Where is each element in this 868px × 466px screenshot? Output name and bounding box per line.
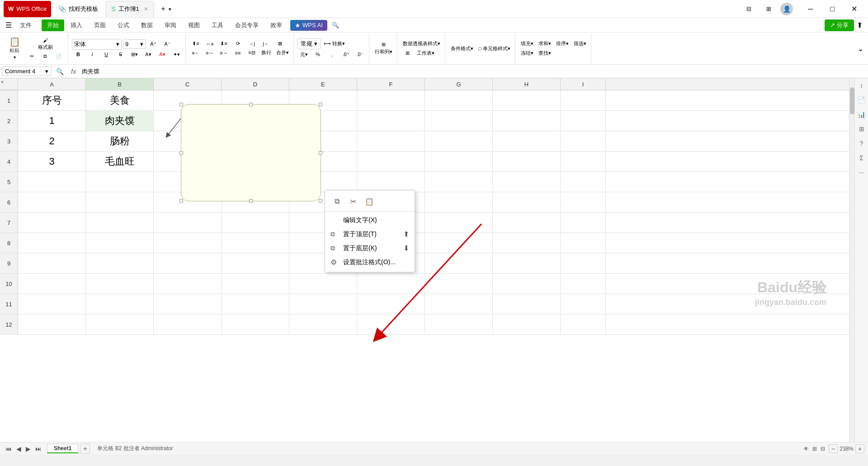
cell-b2[interactable]: 肉夹馍 (86, 111, 154, 131)
resize-handle-mr[interactable] (319, 151, 322, 155)
cell-a4[interactable]: 3 (18, 152, 86, 171)
cell-i3[interactable] (561, 131, 606, 151)
indent-increase-button[interactable]: →| (245, 40, 258, 48)
col-header-d[interactable]: D (222, 78, 289, 90)
maximize-button[interactable]: □ (822, 3, 843, 15)
font-size-selector[interactable]: 9 ▾ (123, 39, 146, 49)
nav-prev-button[interactable]: ◀ (14, 444, 23, 453)
menu-item-send-back[interactable]: ⧉ 置于底层(K) ⬇ (325, 241, 415, 255)
wps-ai-button[interactable]: ★ WPS AI (290, 20, 327, 31)
worksheet-button[interactable]: 工作表▾ (415, 49, 436, 57)
merge-cell-button[interactable]: ⊠ (274, 40, 286, 48)
tab-insert[interactable]: 插入 (65, 19, 88, 31)
underline-button[interactable]: U (100, 51, 113, 58)
ribbon-collapse-button[interactable]: ⌄ (855, 33, 866, 63)
cell-i2[interactable] (561, 111, 606, 131)
cell-i4[interactable] (561, 152, 606, 171)
context-paste-button[interactable]: 📋 (363, 195, 376, 208)
sidebar-page-icon[interactable]: 📄 (856, 95, 867, 105)
cell-styles-button[interactable]: □ 单元格样式▾ (476, 44, 512, 53)
find-button[interactable]: 查找▾ (537, 49, 553, 57)
sheet-tab-sheet1[interactable]: Sheet1 (47, 444, 78, 453)
freeze-button[interactable]: 冻结▾ (519, 49, 535, 57)
sheet-format-button[interactable]: ⊞ (401, 49, 414, 57)
paste-special-button[interactable]: 📄 (52, 52, 65, 60)
sidebar-sigma-icon[interactable]: Σ (856, 152, 867, 163)
cell-h2[interactable] (493, 111, 561, 131)
tab-formula[interactable]: 公式 (112, 19, 135, 31)
cell-g4[interactable] (425, 152, 493, 171)
align-justify-button[interactable]: ≡≡ (231, 49, 244, 57)
cell-a1[interactable]: 序号 (18, 90, 86, 110)
thousands-btn[interactable]: , (326, 51, 338, 58)
convert-button[interactable]: ⟷ 转换▾ (322, 39, 347, 48)
resize-handle-br[interactable] (319, 199, 322, 203)
comment-shape[interactable] (181, 104, 321, 201)
close-tab-icon[interactable]: ✕ (144, 6, 148, 12)
menu-item-bring-top[interactable]: ⧉ 置于顶层(T) ⬆ (325, 227, 415, 241)
sidebar-arrow-icon[interactable]: ↕ (856, 80, 867, 91)
cell-h3[interactable] (493, 131, 561, 151)
merge-center-button[interactable]: 合并▾ (274, 48, 291, 57)
bold-button[interactable]: B (72, 51, 85, 58)
tab-sheet[interactable]: S 工作簿1 ✕ (105, 1, 154, 17)
sort-button[interactable]: 排序▾ (554, 39, 571, 48)
cell-b3[interactable]: 肠粉 (86, 131, 154, 151)
menu-item-edit-text[interactable]: 编辑文字(X) (325, 214, 415, 227)
tab-data[interactable]: 数据 (136, 19, 158, 31)
cell-a5[interactable] (18, 172, 86, 192)
sum-button[interactable]: 求和▾ (537, 39, 553, 48)
menu-icon[interactable]: ☰ (4, 21, 14, 29)
tab-efficiency[interactable]: 效率 (265, 19, 288, 31)
tab-review[interactable]: 审阅 (159, 19, 182, 31)
tab-view[interactable]: 视图 (183, 19, 205, 31)
cell-i1[interactable] (561, 90, 606, 110)
formula-magnify-icon[interactable]: 🔍 (53, 68, 66, 75)
format-brush-button[interactable]: 🖌 格式刷 (25, 37, 65, 52)
view-normal-icon[interactable]: ⊞ (812, 446, 817, 452)
new-tab-button[interactable]: ＋ ▾ (156, 2, 175, 15)
align-right-button[interactable]: ≡→ (217, 49, 230, 57)
zoom-out-button[interactable]: − (829, 444, 838, 453)
cell-a3[interactable]: 2 (18, 131, 86, 151)
tab-wps[interactable]: W WPS Office (4, 1, 51, 17)
col-header-c[interactable]: C (154, 78, 222, 90)
resize-handle-tr[interactable] (319, 103, 322, 106)
nav-next-button[interactable]: ▶ (24, 444, 33, 453)
cell-f2[interactable] (357, 111, 425, 131)
fill-button[interactable]: 填充▾ (519, 39, 535, 48)
align-top-button[interactable]: ⬆≡ (189, 40, 202, 48)
name-box[interactable]: Comment 4 ▾ (2, 67, 52, 76)
eye-icon[interactable]: 👁 (803, 446, 809, 452)
cell-g2[interactable] (425, 111, 493, 131)
cell-h4[interactable] (493, 152, 561, 171)
resize-handle-tl[interactable] (179, 103, 183, 106)
col-header-a[interactable]: A (18, 78, 86, 90)
font-size-dec-button[interactable]: A⁻ (161, 40, 174, 48)
resize-handle-ml[interactable] (179, 151, 183, 155)
align-bottom-button[interactable]: ⬇≡ (217, 40, 230, 48)
cell-b4[interactable]: 毛血旺 (86, 152, 154, 171)
percent-icon-btn[interactable]: 元▾ (297, 50, 310, 59)
tab-member[interactable]: 会员专享 (230, 19, 264, 31)
cell-f3[interactable] (357, 131, 425, 151)
strikethrough-button[interactable]: S̶ (114, 51, 127, 58)
vertical-scrollbar[interactable] (849, 78, 854, 442)
user-avatar[interactable]: 👤 (780, 3, 793, 15)
font-color-button[interactable]: A▾ (156, 51, 169, 58)
col-header-e[interactable]: E (289, 78, 357, 90)
align-left-button[interactable]: ≡← (189, 49, 202, 57)
sidebar-question-icon[interactable]: ? (856, 138, 867, 149)
conditional-format-button[interactable]: 条件格式▾ (449, 44, 475, 53)
nav-first-button[interactable]: ⏮ (4, 444, 14, 453)
cell-g3[interactable] (425, 131, 493, 151)
border-button[interactable]: ⊞▾ (128, 51, 141, 58)
zoom-in-button[interactable]: + (855, 444, 864, 453)
cell-h1[interactable] (493, 90, 561, 110)
paste-button[interactable]: 📋 粘贴 ▾ (5, 36, 24, 61)
view-page-icon[interactable]: ⊟ (821, 446, 825, 452)
percent-btn[interactable]: % (311, 51, 324, 58)
col-header-g[interactable]: G (425, 78, 493, 90)
col-header-f[interactable]: F (357, 78, 425, 90)
number-format-selector[interactable]: 常规 ▾ (297, 38, 321, 49)
